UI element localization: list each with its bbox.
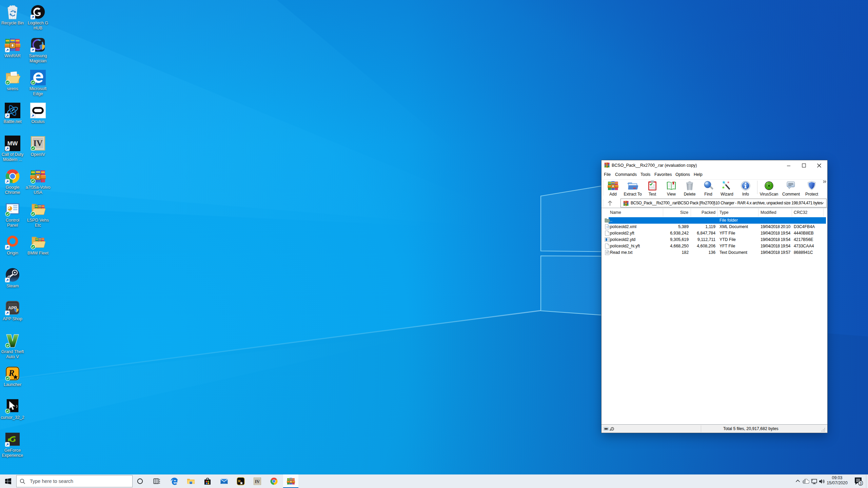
svg-text:R: R	[238, 479, 241, 483]
svg-text:R: R	[8, 368, 15, 378]
svg-text:<e>: <e>	[606, 226, 610, 228]
svg-text:3: 3	[860, 481, 862, 485]
svg-text:IV: IV	[255, 479, 260, 484]
svg-text:MW: MW	[7, 140, 18, 147]
svg-text:IV: IV	[33, 139, 43, 148]
